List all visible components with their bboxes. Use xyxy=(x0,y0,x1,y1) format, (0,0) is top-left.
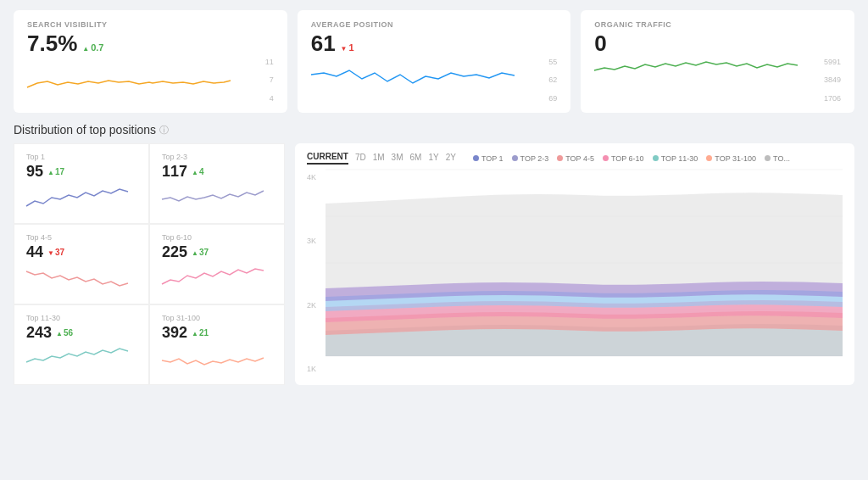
delta-val: 37 xyxy=(199,248,209,257)
legend-dot-top31100 xyxy=(706,155,712,161)
delta-value: 0.7 xyxy=(91,42,103,53)
stacked-area-chart: 4K 3K 2K 1K xyxy=(307,170,843,377)
y-label-mid: 3849 xyxy=(824,75,841,84)
mini-sparkline-top23 xyxy=(162,182,264,215)
metric-value: 7.5% xyxy=(27,32,77,54)
chart-tabs: CURRENT 7D 1M 3M 6M 1Y 2Y xyxy=(307,152,456,165)
legend-dot-top1130 xyxy=(653,155,659,161)
delta-arrow-up-icon xyxy=(82,42,89,53)
metrics-row: SEARCH VISIBILITY 7.5% 0.7 11 7 4 AVERAG… xyxy=(14,10,854,113)
delta-up-icon xyxy=(192,328,198,338)
legend-label-top23: TOP 2-3 xyxy=(520,154,549,163)
metric-value: 61 xyxy=(311,32,336,54)
legend-item-top31100: TOP 31-100 xyxy=(706,154,756,163)
tab-1y[interactable]: 1Y xyxy=(428,153,438,164)
tab-2y[interactable]: 2Y xyxy=(446,153,456,164)
legend-label-more: TO... xyxy=(773,154,790,163)
legend-item-top1130: TOP 11-30 xyxy=(653,154,698,163)
legend-item-top1: TOP 1 xyxy=(473,154,504,163)
legend-dot-top610 xyxy=(603,155,609,161)
y-label-bot: 69 xyxy=(548,94,557,103)
mini-delta: 4 xyxy=(192,167,203,176)
mini-card-top1: Top 1 95 17 xyxy=(14,143,149,224)
delta-val: 21 xyxy=(199,328,209,338)
mini-chart-area xyxy=(26,343,136,376)
metric-card-search-visibility: SEARCH VISIBILITY 7.5% 0.7 11 7 4 xyxy=(14,10,287,113)
legend-label-top45: TOP 4-5 xyxy=(565,154,594,163)
info-icon: ⓘ xyxy=(159,124,169,137)
legend-label-top1: TOP 1 xyxy=(481,154,504,163)
legend-dot-more xyxy=(765,155,771,161)
sparkline-organic-traffic xyxy=(594,58,798,100)
metric-card-organic-traffic: ORGANIC TRAFFIC 0 5991 3849 1706 xyxy=(581,10,854,113)
delta-val: 17 xyxy=(55,167,64,176)
delta-value: 1 xyxy=(349,42,354,53)
mini-card-top610: Top 6-10 225 37 xyxy=(149,224,285,304)
mini-card-value-row: 117 4 xyxy=(162,163,272,181)
mini-card-value: 44 xyxy=(26,243,43,261)
bottom-content: Top 1 95 17 xyxy=(14,143,854,385)
y-label-1k: 1K xyxy=(307,365,316,373)
chart-legend: TOP 1 TOP 2-3 TOP 4-5 TOP 6-10 xyxy=(473,154,790,163)
distribution-chart-panel: CURRENT 7D 1M 3M 6M 1Y 2Y TOP 1 xyxy=(295,143,854,385)
tab-current[interactable]: CURRENT xyxy=(307,152,348,165)
delta-val: 56 xyxy=(64,328,73,338)
metric-value-row: 0 xyxy=(594,32,841,54)
delta-up-icon xyxy=(47,167,54,176)
mini-delta: 37 xyxy=(47,248,64,257)
mini-card-value: 225 xyxy=(162,243,187,261)
mini-chart-area xyxy=(26,263,136,295)
stacked-area-svg xyxy=(326,170,843,356)
tab-3m[interactable]: 3M xyxy=(392,153,403,164)
mini-card-top45: Top 4-5 44 37 xyxy=(14,224,149,304)
mini-card-top23: Top 2-3 117 4 xyxy=(149,143,285,224)
mini-card-value: 117 xyxy=(162,163,187,181)
mini-delta: 21 xyxy=(192,328,209,338)
bottom-section: Distribution of top positions ⓘ Top 1 95… xyxy=(14,123,854,385)
mini-card-label: Top 2-3 xyxy=(162,153,272,161)
mini-card-label: Top 6-10 xyxy=(162,233,272,242)
tab-1m[interactable]: 1M xyxy=(373,153,385,164)
legend-label-top610: TOP 6-10 xyxy=(611,154,644,163)
tab-7d[interactable]: 7D xyxy=(355,153,366,164)
delta-up-icon xyxy=(192,248,198,257)
mini-card-value: 243 xyxy=(26,324,52,342)
mini-chart-area xyxy=(26,182,136,215)
mini-card-value-row: 225 37 xyxy=(162,243,272,261)
y-label-top: 5991 xyxy=(824,58,841,66)
chart-header: CURRENT 7D 1M 3M 6M 1Y 2Y TOP 1 xyxy=(307,152,843,165)
legend-item-top45: TOP 4-5 xyxy=(557,154,594,163)
metric-label: AVERAGE POSITION xyxy=(311,20,558,29)
y-label-bot: 1706 xyxy=(824,94,841,103)
legend-dot-top23 xyxy=(512,155,518,161)
y-label-mid: 7 xyxy=(270,75,274,84)
delta-val: 4 xyxy=(199,167,204,176)
legend-dot-top45 xyxy=(557,155,563,161)
mini-sparkline-top1130 xyxy=(26,343,128,376)
legend-item-top-more: TO... xyxy=(765,154,790,163)
mini-card-value: 95 xyxy=(26,163,43,181)
delta-up-icon xyxy=(192,167,198,176)
sparkline-search-visibility xyxy=(27,58,231,100)
mini-card-label: Top 1 xyxy=(26,153,136,161)
mini-card-top1130: Top 11-30 243 56 xyxy=(14,304,149,385)
section-title-text: Distribution of top positions xyxy=(14,123,156,137)
mini-chart-area xyxy=(162,343,272,376)
y-label-top: 11 xyxy=(265,58,274,66)
mini-card-top31100: Top 31-100 392 21 xyxy=(149,304,285,385)
y-label-bot: 4 xyxy=(270,94,274,103)
tab-6m[interactable]: 6M xyxy=(410,153,422,164)
metric-value: 0 xyxy=(594,32,606,54)
mini-chart-area xyxy=(162,263,272,295)
metric-value-row: 7.5% 0.7 xyxy=(27,32,274,54)
chart-area: 11 7 4 xyxy=(27,58,274,103)
y-label-4k: 4K xyxy=(307,173,316,181)
mini-chart-area xyxy=(162,182,272,215)
legend-label-top1130: TOP 11-30 xyxy=(661,154,698,163)
chart-svg-container xyxy=(326,170,843,356)
legend-item-top23: TOP 2-3 xyxy=(512,154,549,163)
chart-area: 55 62 69 xyxy=(311,58,558,103)
y-axis: 4K 3K 2K 1K xyxy=(307,170,316,377)
mini-card-label: Top 31-100 xyxy=(162,314,272,322)
section-title: Distribution of top positions ⓘ xyxy=(14,123,854,137)
